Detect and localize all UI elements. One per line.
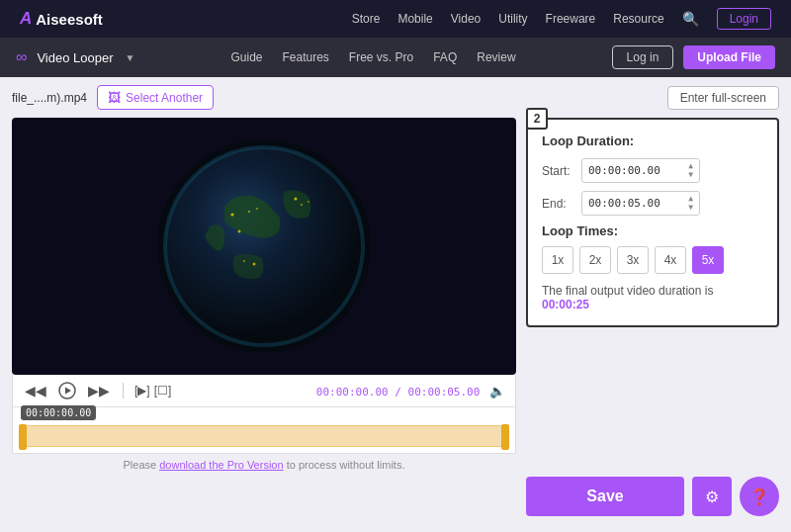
controls-left: ◀◀ ▶▶ [▶] [☐] xyxy=(23,380,171,401)
svg-marker-13 xyxy=(65,388,71,395)
controls-divider xyxy=(123,383,124,399)
filename: file_....m).mp4 xyxy=(12,91,87,105)
time-counter: 00:00:00.00 / 00:00:05.00 xyxy=(316,386,481,399)
end-label: End: xyxy=(542,197,581,211)
end-spinner-down[interactable]: ▼ xyxy=(688,204,693,212)
output-notice-text: The final output video duration is xyxy=(542,284,713,298)
loop-btn-2x[interactable]: 2x xyxy=(579,246,611,274)
login-button[interactable]: Log in xyxy=(612,45,674,69)
select-another-button[interactable]: 🖼 Select Another xyxy=(97,85,214,110)
tool-title: Video Looper xyxy=(37,50,113,65)
file-row-left: file_....m).mp4 🖼 Select Another xyxy=(12,85,214,110)
svg-point-6 xyxy=(295,198,298,201)
pro-notice: Please download the Pro Version to proce… xyxy=(12,459,516,471)
start-time-input[interactable]: 00:00:00.00 ▲ ▼ xyxy=(581,158,700,183)
content-row: ◀◀ ▶▶ [▶] [☐] 00:00:00.00 / 00:00:05.00 … xyxy=(12,118,779,524)
second-navbar: ∞ Video Looper ▼ Guide Features Free vs.… xyxy=(0,38,791,77)
loop-btn-5x[interactable]: 5x xyxy=(692,246,724,274)
svg-point-10 xyxy=(253,263,256,266)
end-spinner-up[interactable]: ▲ xyxy=(688,195,693,203)
tool-dropdown-arrow[interactable]: ▼ xyxy=(126,52,135,63)
nav-faq[interactable]: FAQ xyxy=(433,50,457,64)
svg-point-8 xyxy=(308,201,309,203)
logo-text: Aiseesoft xyxy=(36,11,103,28)
search-icon[interactable]: 🔍 xyxy=(682,11,699,27)
loop-icon: ∞ xyxy=(16,48,27,66)
skip-forward-button[interactable]: ▶▶ xyxy=(86,381,112,400)
end-time-row: End: 00:00:05.00 ▲ ▼ xyxy=(542,191,763,216)
fullscreen-button[interactable]: Enter full-screen xyxy=(667,86,779,110)
nav-store[interactable]: Store xyxy=(352,12,381,26)
skip-back-button[interactable]: ◀◀ xyxy=(23,381,48,400)
top-login-button[interactable]: Login xyxy=(717,8,771,30)
bracket-controls: [▶] [☐] xyxy=(134,384,171,398)
nav-review[interactable]: Review xyxy=(477,50,515,64)
end-time-value: 00:00:05.00 xyxy=(588,197,660,210)
end-time-input[interactable]: 00:00:05.00 ▲ ▼ xyxy=(581,191,700,216)
loop-btn-1x[interactable]: 1x xyxy=(542,246,573,274)
start-time-row: Start: 00:00:00.00 ▲ ▼ xyxy=(542,158,763,183)
start-label: Start: xyxy=(542,164,581,178)
nav-video[interactable]: Video xyxy=(451,12,481,26)
save-area: Save ⚙ ❓ xyxy=(526,469,779,524)
file-row: file_....m).mp4 🖼 Select Another Enter f… xyxy=(12,85,779,110)
svg-point-4 xyxy=(256,208,258,210)
nav-freeware[interactable]: Freeware xyxy=(546,12,596,26)
loop-btn-4x[interactable]: 4x xyxy=(655,246,686,274)
logo: A Aiseesoft xyxy=(20,9,103,29)
logo-icon: A xyxy=(20,9,32,29)
end-time-spinners[interactable]: ▲ ▼ xyxy=(688,195,693,212)
right-panel: 2 Loop Duration: Start: 00:00:00.00 ▲ ▼ … xyxy=(526,118,779,524)
settings-button[interactable]: ⚙ xyxy=(692,477,732,516)
svg-point-3 xyxy=(248,211,250,213)
main-content: file_....m).mp4 🖼 Select Another Enter f… xyxy=(0,77,791,532)
loop-times-title: Loop Times: xyxy=(542,223,763,238)
start-time-value: 00:00:00.00 xyxy=(588,164,660,177)
loop-times-buttons: 1x2x3x4x5x xyxy=(542,246,763,274)
select-another-label: Select Another xyxy=(126,91,203,105)
pro-notice-text2: to process without limits. xyxy=(287,459,405,471)
loop-duration-title: Loop Duration: xyxy=(542,133,763,148)
timeline-bar[interactable] xyxy=(21,425,507,447)
upload-file-button[interactable]: Upload File xyxy=(683,45,775,69)
start-time-spinners[interactable]: ▲ ▼ xyxy=(688,162,693,179)
timeline-handle-left[interactable] xyxy=(19,424,27,450)
loop-settings-panel: 2 Loop Duration: Start: 00:00:00.00 ▲ ▼ … xyxy=(526,118,779,327)
video-section: ◀◀ ▶▶ [▶] [☐] 00:00:00.00 / 00:00:05.00 … xyxy=(12,118,516,524)
top-nav-links: Store Mobile Video Utility Freeware Reso… xyxy=(352,8,771,30)
nav-free-vs-pro[interactable]: Free vs. Pro xyxy=(349,50,413,64)
time-display: 00:00:00.00 / 00:00:05.00 🔈 xyxy=(316,384,505,399)
svg-point-2 xyxy=(231,214,234,217)
second-nav-left: ∞ Video Looper ▼ xyxy=(16,48,134,66)
save-button[interactable]: Save xyxy=(526,477,684,516)
nav-utility[interactable]: Utility xyxy=(498,12,527,26)
volume-icon[interactable]: 🔈 xyxy=(489,384,505,399)
nav-features[interactable]: Features xyxy=(282,50,328,64)
svg-point-7 xyxy=(301,204,303,206)
second-nav-right: Log in Upload File xyxy=(612,45,775,69)
loop-settings-badge: 2 xyxy=(526,108,548,130)
video-container xyxy=(12,118,516,375)
bracket-right-icon: [☐] xyxy=(154,384,172,398)
nav-guide[interactable]: Guide xyxy=(230,50,262,64)
help-button[interactable]: ❓ xyxy=(740,477,779,516)
timeline-area: 00:00:00.00 xyxy=(12,407,516,454)
video-controls-bar: ◀◀ ▶▶ [▶] [☐] 00:00:00.00 / 00:00:05.00 … xyxy=(12,375,516,407)
start-spinner-down[interactable]: ▼ xyxy=(688,171,693,179)
nav-resource[interactable]: Resource xyxy=(613,12,663,26)
play-button[interactable] xyxy=(56,380,78,401)
output-time: 00:00:25 xyxy=(542,298,589,311)
pro-version-link[interactable]: download the Pro Version xyxy=(159,459,283,471)
top-navbar: A Aiseesoft Store Mobile Video Utility F… xyxy=(0,0,791,38)
loop-btn-3x[interactable]: 3x xyxy=(617,246,649,274)
timeline-handle-right[interactable] xyxy=(501,424,509,450)
start-spinner-up[interactable]: ▲ xyxy=(688,162,693,170)
pro-notice-text1: Please xyxy=(124,459,160,471)
svg-point-9 xyxy=(243,260,245,262)
second-nav-links: Guide Features Free vs. Pro FAQ Review xyxy=(230,50,515,64)
earth-image xyxy=(155,137,373,355)
nav-mobile[interactable]: Mobile xyxy=(397,12,432,26)
output-notice: The final output video duration is 00:00… xyxy=(542,284,763,311)
earth-visual xyxy=(12,118,516,375)
monitor-icon: 🖼 xyxy=(108,90,121,105)
